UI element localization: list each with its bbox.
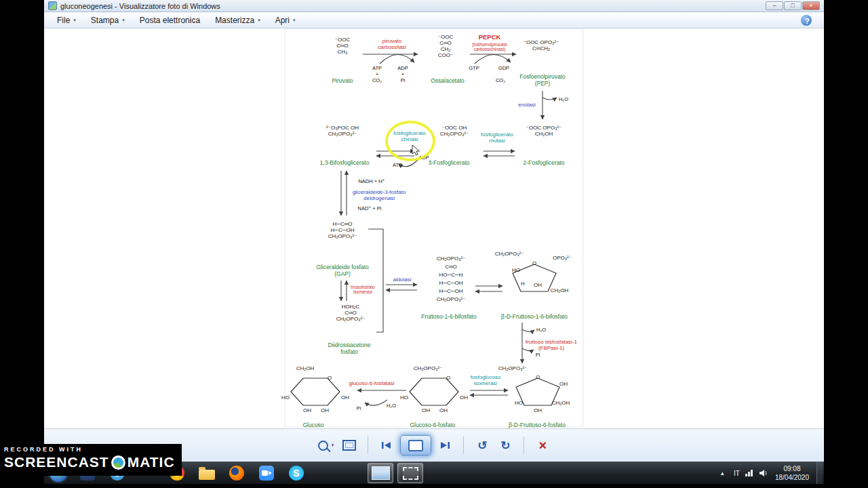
menu-apri[interactable]: Apri▾: [269, 14, 302, 27]
label-2pg: 2-Fosfoglicerato: [524, 159, 565, 166]
label-bd-f6p: β-D-Fruttoso-6-fosfato: [509, 422, 566, 428]
next-button[interactable]: [435, 435, 454, 455]
enzyme-glucoso-6-fosfatasi: glucoso-6-fosfatasi: [349, 380, 394, 386]
ring-g6p-ho: HO: [400, 394, 408, 401]
menu-stampa[interactable]: Stampa▾: [85, 14, 131, 27]
enzyme-fosfoglicerato-mutasi: fosfoglicerato mutasi: [481, 131, 513, 144]
toolbar-separator: [463, 436, 464, 454]
viewer-toolbar: ▾↺↻×: [316, 435, 553, 455]
watermark-brand: SCREENCAST MATIC: [4, 454, 175, 470]
zoom-caret-icon: ▾: [332, 443, 334, 448]
ring-f6p-oh-b: OH: [534, 407, 542, 413]
enzyme-fosfoglucoso-isomerasi: fosfoglucoso isomerasi: [471, 374, 501, 386]
enzyme-aldolasi: aldolasi: [393, 277, 411, 283]
menu-file[interactable]: File▾: [51, 14, 82, 27]
structure-piruvato: ⁻OOC C═O CH₃: [335, 37, 350, 55]
delete-button[interactable]: ×: [533, 435, 552, 455]
volume-icon[interactable]: [759, 469, 768, 477]
zoom-button[interactable]: ▾: [316, 435, 336, 455]
enzyme-pepck: PEPCK: [479, 34, 501, 40]
dropdown-caret-icon: ▾: [293, 18, 296, 23]
cofactor-atp-pgk: ATP: [393, 162, 402, 168]
enzyme-fosfoglicerato-chinasi: fosfoglicerato chinasi: [393, 130, 426, 142]
slideshow-icon: [408, 440, 423, 451]
menu-items: File▾Stampa▾Posta elettronicaMasterizza▾…: [51, 14, 302, 27]
file-explorer-icon: [199, 470, 215, 480]
app-icon: [48, 1, 57, 10]
title-bar[interactable]: gluconeogenesi - Visualizzatore foto di …: [44, 0, 824, 12]
structure-f16bp: CH₂OPO₃²⁻ C═O HO─C─H H─C─OH H─C─OH CH₂OP…: [437, 255, 466, 304]
menu-posta-elettronica[interactable]: Posta elettronica: [134, 14, 206, 27]
label-f16bp: Fruttoso-1-6-bifosfato: [421, 313, 476, 320]
taskbar-photo-viewer-window[interactable]: [368, 463, 393, 483]
taskbar-skype[interactable]: S: [283, 463, 309, 483]
minimize-button[interactable]: –: [766, 1, 783, 10]
ring-g6p-oh-b2: OH: [439, 407, 448, 413]
ring-f6p-ho: HO: [515, 400, 523, 406]
language-indicator[interactable]: IT: [734, 470, 740, 477]
taskbar-zoom-app[interactable]: [254, 463, 279, 483]
enzyme-pepck-full: (fosfoenolpiruvato carbossichinasi): [472, 42, 507, 52]
label-piruvato: Piruvato: [332, 77, 353, 84]
dropdown-caret-icon: ▾: [258, 18, 260, 23]
previous-icon: [381, 441, 392, 449]
tray-expand-icon[interactable]: ▲: [715, 470, 729, 477]
cofactor-h2o-g6pasi: H₂O: [387, 403, 396, 409]
label-g6p: Glucoso-6-fosfato: [410, 422, 455, 428]
cofactor-adp-pi: ADP + Pi: [397, 65, 408, 83]
structure-pep: ⁻OOC OPO₃²⁻ C═CH₂: [524, 39, 559, 52]
cofactor-nad-pi: NAD⁺ + Pi: [357, 205, 381, 211]
firefox-icon: [229, 466, 244, 481]
rotate-counterclockwise-icon: ↺: [477, 439, 487, 453]
menu-masterizza[interactable]: Masterizza▾: [209, 14, 267, 27]
toolbar-separator: [524, 436, 524, 454]
dropdown-caret-icon: ▾: [73, 18, 76, 23]
screen-capture-tool-icon: [403, 467, 418, 480]
show-deskt­op-button[interactable]: [816, 462, 823, 485]
ring-glucoso-oh-right: OH: [341, 394, 349, 401]
next-icon: [439, 441, 450, 449]
taskbar-screen-capture-tool[interactable]: [397, 463, 423, 483]
taskbar-clock[interactable]: 09:08 18/04/2020: [775, 464, 809, 482]
ring-glucoso-oh-b1: OH: [303, 407, 311, 413]
cofactor-adp-pgk: ADP: [418, 155, 429, 161]
taskbar-file-explorer[interactable]: [194, 463, 220, 483]
label-13bpg: 1,3-Bifosfoglicerato: [320, 159, 370, 166]
structure-gap: H─C═O H─C─OH CH₂OPO₃²⁻: [328, 221, 357, 239]
ring-f16bp-oh2: HO: [512, 267, 520, 273]
structure-3pg: ⁻OOC OH CH₂OPO₃²⁻: [440, 125, 469, 137]
structure-2pg: ⁻OOC OPO₃²⁻ CH₂OH: [526, 125, 562, 137]
dropdown-caret-icon: ▾: [122, 18, 125, 23]
cofactor-nadh: NADH + H⁺: [358, 178, 384, 184]
taskbar-firefox[interactable]: [224, 463, 250, 483]
actual-size-button[interactable]: [340, 435, 359, 455]
desktop-screen: { "window": { "title": "gluconeogenesi -…: [0, 0, 868, 488]
network-icon[interactable]: [745, 469, 754, 477]
structure-dhap: HOH₂C C═O CH₂OPO₃²⁻: [336, 304, 366, 322]
ring-f16bp-c6: CH₂OPO₃²⁻: [495, 251, 524, 257]
structure-13bpg: ²⁻O₃POC OH CH₂OPO₃²⁻: [326, 125, 359, 137]
rotate-counterclockwise-button[interactable]: ↺: [473, 435, 492, 455]
close-button[interactable]: ×: [802, 1, 820, 10]
window-title: gluconeogenesi - Visualizzatore foto di …: [60, 2, 220, 10]
ring-f16bp-h: H: [521, 281, 525, 287]
label-gap: Gliceraldeide fosfato (GAP): [316, 264, 369, 277]
label-bd-f16bp: β-D-Fruttoso-1-6-bifosfato: [501, 313, 568, 320]
maximize-button[interactable]: □: [784, 1, 802, 10]
ring-glucoso-ch2oh: CH₂OH: [296, 365, 315, 371]
enzyme-enolasi: enolasi: [518, 102, 535, 108]
ring-g6p-ch2opo3: CH₂OPO₃²⁻: [414, 365, 443, 371]
help-button[interactable]: ?: [801, 15, 812, 26]
enzyme-piruvato-carbossilasi: piruvato carbossilasi: [378, 38, 406, 50]
rotate-clockwise-button[interactable]: ↻: [496, 435, 515, 455]
ring-f6p-ch2opo3: CH₂OPO₃²⁻: [498, 365, 528, 371]
ring-f16bp-ch2oh: CH₂OH: [551, 287, 569, 293]
slideshow-play-button[interactable]: [400, 435, 431, 455]
toolbar-separator: [368, 436, 368, 454]
previous-button[interactable]: [377, 435, 396, 455]
ring-f16bp-oh1: OH: [534, 282, 542, 288]
label-3pg: 3-Fosfoglicerato: [429, 159, 470, 166]
clock-date: 18/04/2020: [775, 473, 809, 482]
rotate-clockwise-icon: ↻: [500, 439, 510, 453]
cofactor-pi-g6pasi: Pi: [357, 405, 361, 411]
